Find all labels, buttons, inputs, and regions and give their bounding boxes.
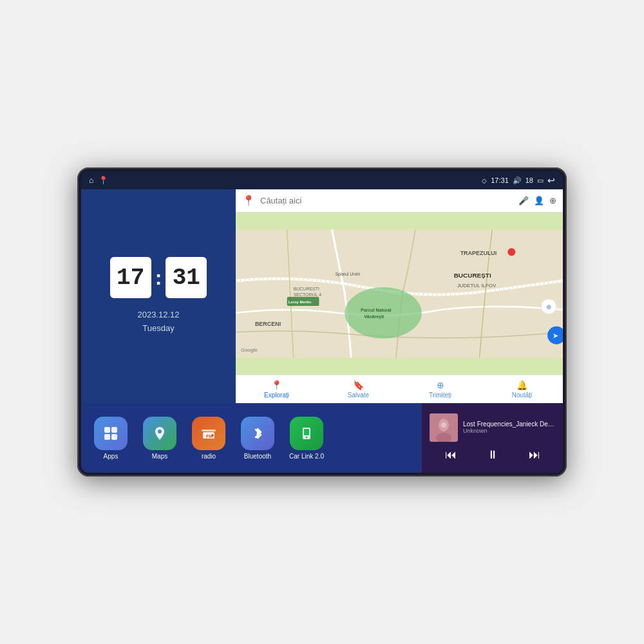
svg-text:Parcul Natural: Parcul Natural [361, 308, 391, 312]
svg-text:Splaiul Unirii: Splaiul Unirii [335, 272, 360, 277]
clock-minutes: 31 [166, 257, 207, 298]
carlink-label: Car Link 2.0 [289, 453, 324, 460]
svg-text:BUCUREȘTI: BUCUREȘTI [454, 272, 491, 279]
clock-day: Tuesday [137, 322, 179, 336]
explore-label: Explorați [264, 392, 289, 399]
svg-point-30 [306, 436, 308, 438]
apps-icon [94, 417, 128, 450]
music-controls: ⏮ ⏸ ⏭ [430, 447, 555, 463]
map-search-input[interactable] [260, 196, 513, 205]
svg-text:BERCENI: BERCENI [255, 321, 281, 327]
saved-label: Salvate [348, 392, 369, 399]
svg-point-34 [441, 422, 446, 428]
music-next-button[interactable]: ⏭ [524, 447, 545, 463]
map-body[interactable]: Parcul Natural Văcărești TRAPEZULUI BUCU… [236, 213, 563, 375]
bluetooth-icon-bg [241, 417, 274, 450]
clock-hours: 17 [110, 257, 151, 298]
news-label: Noutăți [512, 392, 533, 399]
maps-label: Maps [152, 453, 167, 460]
svg-text:➤: ➤ [553, 332, 558, 339]
status-right-info: ◇ 17:31 🔊 18 ▭ ↩ [482, 175, 555, 185]
radio-icon: FM [192, 417, 225, 450]
send-label: Trimiteți [429, 392, 451, 399]
location-pin-icon[interactable]: 📍 [99, 176, 108, 185]
account-icon[interactable]: 👤 [534, 196, 544, 205]
radio-label: radio [202, 453, 216, 460]
bottom-row: Apps Maps [81, 403, 563, 473]
svg-text:JUDEȚUL ILFOV: JUDEȚUL ILFOV [457, 283, 497, 289]
svg-rect-20 [111, 427, 117, 433]
music-artist: Unknown [463, 428, 555, 434]
svg-text:BUCUREȘTI: BUCUREȘTI [294, 287, 319, 292]
album-art [430, 413, 458, 442]
svg-text:Google: Google [241, 347, 258, 353]
status-bar: ⌂ 📍 ◇ 17:31 🔊 18 ▭ ↩ [81, 171, 563, 189]
status-time: 17:31 [491, 176, 509, 184]
back-icon[interactable]: ↩ [547, 175, 555, 185]
map-nav-explore[interactable]: 📍 Explorați [236, 380, 317, 399]
map-panel[interactable]: 📍 🎤 👤 ⊕ [236, 189, 563, 403]
carlink-icon [290, 417, 323, 450]
map-search-icons: 🎤 👤 ⊕ [518, 196, 556, 205]
map-nav-send[interactable]: ⊕ Trimiteți [399, 380, 481, 399]
svg-text:SECTORUL 4: SECTORUL 4 [294, 292, 321, 297]
music-prev-button[interactable]: ⏮ [440, 447, 462, 463]
map-bottom-nav: 📍 Explorați 🔖 Salvate ⊕ Trimiteți 🔔 [236, 375, 563, 403]
volume-icon: 🔊 [513, 176, 522, 185]
svg-point-27 [211, 434, 214, 437]
svg-rect-21 [104, 434, 110, 440]
app-grid: Apps Maps [81, 403, 421, 473]
app-item-bluetooth[interactable]: Bluetooth [238, 417, 277, 460]
trapezului-label: TRAPEZULUI [460, 250, 497, 256]
svg-text:⊕: ⊕ [546, 303, 551, 310]
send-icon: ⊕ [437, 380, 444, 390]
gps-icon: ◇ [482, 177, 487, 184]
svg-rect-26 [202, 430, 216, 431]
music-title: Lost Frequencies_Janieck Devy-... [463, 421, 555, 428]
svg-point-1 [345, 287, 422, 339]
map-search-bar: 📍 🎤 👤 ⊕ [236, 189, 563, 213]
apps-label: Apps [104, 453, 118, 460]
svg-rect-19 [104, 427, 110, 433]
svg-text:Văcărești: Văcărești [364, 314, 384, 319]
svg-rect-29 [304, 429, 309, 435]
layers-icon[interactable]: ⊕ [549, 196, 556, 205]
music-panel: Lost Frequencies_Janieck Devy-... Unknow… [421, 403, 563, 473]
battery-icon: ▭ [537, 176, 544, 185]
home-icon[interactable]: ⌂ [89, 176, 93, 185]
mic-icon[interactable]: 🎤 [518, 196, 529, 205]
bluetooth-label: Bluetooth [244, 453, 271, 460]
news-icon: 🔔 [516, 380, 527, 390]
music-play-pause-button[interactable]: ⏸ [482, 447, 504, 463]
app-item-radio[interactable]: FM radio [189, 417, 228, 460]
app-item-carlink[interactable]: Car Link 2.0 [287, 417, 326, 460]
map-nav-news[interactable]: 🔔 Noutăți [481, 380, 563, 399]
svg-rect-22 [111, 434, 117, 440]
svg-text:Leroy Merlin: Leroy Merlin [289, 300, 312, 304]
music-text: Lost Frequencies_Janieck Devy-... Unknow… [463, 421, 555, 434]
explore-icon: 📍 [271, 380, 282, 390]
date-info: 2023.12.12 Tuesday [137, 308, 179, 336]
music-info-row: Lost Frequencies_Janieck Devy-... Unknow… [430, 413, 555, 442]
clock-display: 17 : 31 [110, 257, 207, 298]
map-nav-saved[interactable]: 🔖 Salvate [317, 380, 399, 399]
clock-date: 2023.12.12 [137, 308, 179, 322]
main-content: 17 : 31 2023.12.12 Tuesday 📍 [81, 189, 563, 473]
app-item-apps[interactable]: Apps [91, 417, 130, 460]
maps-icon [143, 417, 176, 450]
app-item-maps[interactable]: Maps [140, 417, 179, 460]
music-thumbnail [430, 413, 458, 442]
car-screen: ⌂ 📍 ◇ 17:31 🔊 18 ▭ ↩ 17 : [81, 171, 563, 473]
status-left-icons: ⌂ 📍 [89, 176, 108, 185]
clock-panel: 17 : 31 2023.12.12 Tuesday [81, 189, 236, 403]
saved-icon: 🔖 [353, 380, 364, 390]
battery-level: 18 [526, 176, 533, 184]
google-maps-pin-icon: 📍 [242, 194, 255, 207]
svg-point-23 [158, 430, 162, 433]
car-display-device: ⌂ 📍 ◇ 17:31 🔊 18 ▭ ↩ 17 : [77, 167, 567, 477]
clock-colon: : [155, 266, 162, 290]
top-row: 17 : 31 2023.12.12 Tuesday 📍 [81, 189, 563, 403]
